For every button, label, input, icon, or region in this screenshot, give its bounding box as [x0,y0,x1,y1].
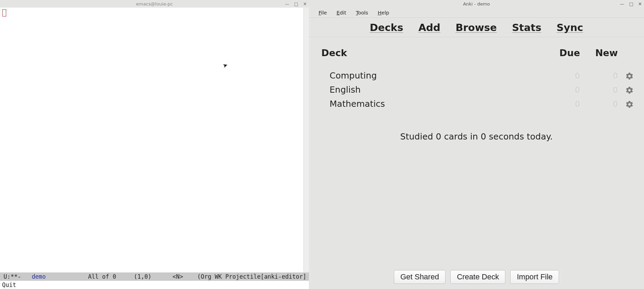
gear-icon[interactable] [625,99,634,109]
emacs-window-controls: — □ ✕ [285,1,307,7]
modeline-prefix: U:**- [0,273,32,280]
header-gear-spacer [618,48,634,58]
toolbar-browse[interactable]: Browse [455,22,497,33]
toolbar-sync[interactable]: Sync [557,22,583,33]
emacs-buffer[interactable]: ➤ [0,8,303,272]
anki-main: Deck Due New Computing 0 0 English 0 0 M… [309,37,644,268]
toolbar-decks[interactable]: Decks [370,22,403,33]
emacs-minibuffer[interactable]: Quit [0,281,309,289]
emacs-body: ➤ [0,8,309,272]
header-due: Due [546,48,580,58]
anki-window-controls: — □ ✕ [620,1,642,7]
deck-new: 0 [580,71,618,80]
anki-bottombar: Get Shared Create Deck Import File [309,268,644,289]
create-deck-button[interactable]: Create Deck [450,270,505,284]
deck-name[interactable]: Mathematics [330,99,546,109]
emacs-titlebar: emacs@louie-pc — □ ✕ [0,0,309,8]
deck-row: Mathematics 0 0 [319,97,634,111]
mouse-pointer-icon: ➤ [222,61,228,69]
header-new: New [580,48,618,58]
get-shared-button[interactable]: Get Shared [394,270,446,284]
emacs-title: emacs@louie-pc [136,1,173,7]
deck-due: 0 [546,71,580,80]
deck-due: 0 [546,100,580,109]
anki-window: Anki - demo — □ ✕ File Edit Tools Help D… [309,0,644,289]
minimize-icon[interactable]: — [620,1,624,7]
minibuffer-text: Quit [2,281,16,288]
close-icon[interactable]: ✕ [638,1,642,7]
menu-edit[interactable]: Edit [332,9,351,17]
deck-name[interactable]: English [330,85,546,95]
anki-menubar: File Edit Tools Help [309,8,644,18]
close-icon[interactable]: ✕ [303,1,307,7]
deck-name[interactable]: Computing [330,71,546,81]
menu-tools[interactable]: Tools [351,9,373,17]
study-status: Studied 0 cards in 0 seconds today. [319,132,634,142]
deck-new: 0 [580,85,618,94]
import-file-button[interactable]: Import File [510,270,559,284]
emacs-window: emacs@louie-pc — □ ✕ ➤ U:**- demo All of… [0,0,309,289]
deck-new: 0 [580,100,618,109]
emacs-cursor [2,9,6,17]
header-deck: Deck [321,48,546,58]
maximize-icon[interactable]: □ [629,1,633,7]
menu-file[interactable]: File [314,9,332,17]
anki-toolbar: Decks Add Browse Stats Sync [309,18,644,37]
anki-title: Anki - demo [463,1,490,7]
menu-help[interactable]: Help [373,9,394,17]
minimize-icon[interactable]: — [285,1,289,7]
gear-icon[interactable] [625,71,634,81]
modeline-buffer-name: demo [32,273,46,280]
maximize-icon[interactable]: □ [294,1,298,7]
gear-icon[interactable] [625,85,634,95]
anki-titlebar: Anki - demo — □ ✕ [309,0,644,8]
toolbar-add[interactable]: Add [418,22,440,33]
deck-list-header: Deck Due New [319,44,634,69]
toolbar-stats[interactable]: Stats [512,22,541,33]
deck-row: Computing 0 0 [319,69,634,83]
deck-due: 0 [546,85,580,94]
emacs-scrollbar[interactable] [303,8,309,272]
emacs-modeline: U:**- demo All of 0 (1,0) <N> (Org WK Pr… [0,272,309,281]
deck-row: English 0 0 [319,83,634,97]
modeline-mid: All of 0 (1,0) <N> (Org WK Projectile[an… [46,273,306,280]
